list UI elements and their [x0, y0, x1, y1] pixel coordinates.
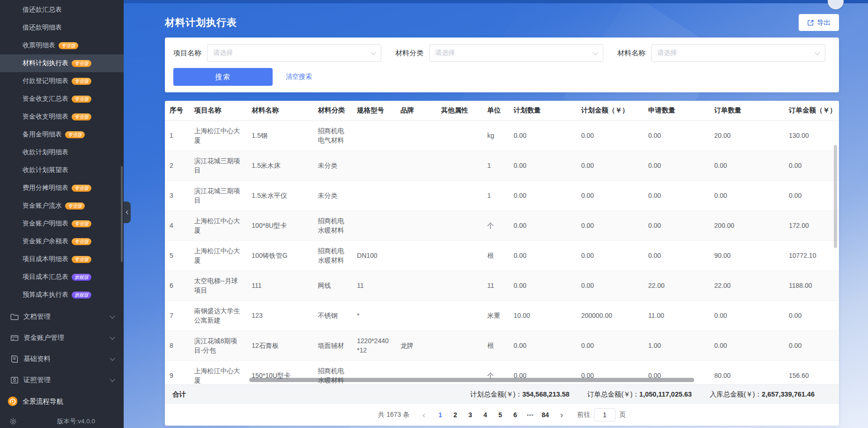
search-button[interactable]: 搜索	[173, 68, 273, 86]
sidebar-report-list: 借还款汇总表借还款明细表收票明细表专业版材料计划执行表专业版付款登记明细表专业版…	[0, 0, 124, 304]
sidebar-item-2[interactable]: 收票明细表专业版	[0, 37, 124, 54]
sidebar-item-8[interactable]: 收款计划明细表	[0, 143, 124, 161]
goto-page-input[interactable]	[594, 408, 616, 421]
table-cell: 0.00	[509, 180, 577, 210]
table-cell: 11	[482, 270, 509, 300]
table-row[interactable]: 1上海松江中心大厦1.5钢招商机电 电气材料kg0.000.000.0020.0…	[165, 120, 839, 150]
sidebar-groups: 文档管理资金账户管理基础资料证照管理	[0, 304, 124, 390]
sidebar-item-label: 资金收支汇总表	[22, 95, 68, 103]
export-label: 导出	[817, 18, 831, 27]
filter-field-1: 材料分类请选择	[395, 44, 603, 62]
main-area: 材料计划执行表 导出 项目名称请选择材料分类请选择材料名称请选择 搜索 清空搜索	[124, 0, 868, 428]
sidebar-item-3[interactable]: 材料计划执行表专业版	[0, 54, 124, 72]
table-row[interactable]: 5上海松江中心大厦100铸铁管G招商机电 水暖材料DN100根0.000.000…	[165, 240, 839, 270]
table-cell: 1220*2440*12	[352, 330, 396, 360]
filter-select-1[interactable]: 请选择	[429, 44, 603, 62]
table-cell	[396, 270, 437, 300]
table-row[interactable]: 3滨江花城三期项目1.5米水平仪未分类10.000.000.000.000.00	[165, 180, 839, 210]
sidebar-collapse-handle[interactable]	[124, 202, 131, 223]
chevron-down-icon	[371, 50, 376, 55]
clear-search-button[interactable]: 清空搜索	[286, 73, 312, 81]
table-row[interactable]: 6太空电梯--月球项目111网线11110.000.0022.0022.0011…	[165, 270, 839, 300]
table-row[interactable]: 2滨江花城三期项目1.5米木床未分类10.000.000.000.000.00	[165, 150, 839, 180]
page-button-6[interactable]: 6	[509, 408, 522, 421]
table-cell: 1	[482, 180, 509, 210]
pager-more-button[interactable]: •••	[524, 408, 537, 421]
sidebar-item-13[interactable]: 资金账户余额表专业版	[0, 233, 124, 250]
sidebar-item-4[interactable]: 付款登记明细表专业版	[0, 72, 124, 90]
sidebar-item-10[interactable]: 费用分摊明细表专业版	[0, 179, 124, 197]
page-button-5[interactable]: 5	[494, 408, 507, 421]
table-row[interactable]: 8滨江花城8期项目-分包12石膏板墙面辅材1220*2440*12龙牌根0.00…	[165, 330, 839, 360]
next-page-button[interactable]: ›	[556, 408, 568, 421]
sidebar-item-5[interactable]: 资金收支汇总表专业版	[0, 90, 124, 108]
title-row: 材料计划执行表 导出	[165, 14, 839, 31]
export-button[interactable]: 导出	[799, 14, 839, 31]
table-cell: 墙面辅材	[313, 330, 352, 360]
summary-total-label: 订单总金额(￥)：	[587, 390, 639, 398]
page-button-2[interactable]: 2	[449, 408, 462, 421]
sidebar-item-label: 项目成本明细表	[22, 255, 68, 263]
table-cell	[436, 120, 482, 150]
sidebar-group-3[interactable]: 证照管理	[0, 369, 124, 390]
table-cell	[436, 300, 482, 330]
vertical-scrollbar[interactable]	[834, 145, 837, 248]
folder-icon	[10, 313, 19, 321]
table-cell: 0.00	[509, 240, 577, 270]
filter-select-2[interactable]: 请选择	[651, 44, 825, 62]
prev-page-button[interactable]: ‹	[418, 408, 430, 421]
sidebar-item-7[interactable]: 备用金明细表专业版	[0, 126, 124, 143]
summary-totals: 计划总金额(￥)：354,568,213.58订单总金额(￥)：1,050,11…	[470, 390, 815, 399]
filter-select-0[interactable]: 请选择	[207, 44, 381, 62]
sidebar-scrollbar[interactable]	[121, 166, 123, 262]
table-cell: 0.00	[577, 210, 644, 240]
column-header-2: 材料名称	[247, 101, 313, 120]
sidebar-group-label: 基础资料	[23, 354, 111, 363]
sidebar-item-16[interactable]: 预算成本执行表旗舰版	[0, 286, 124, 304]
sidebar-group-1[interactable]: 资金账户管理	[0, 327, 124, 348]
chevron-down-icon	[110, 355, 115, 360]
page-button-3[interactable]: 3	[464, 408, 477, 421]
panorama-nav-item[interactable]: 全景流程导航	[0, 390, 124, 412]
sidebar-item-label: 付款登记明细表	[22, 77, 68, 85]
page-button-4[interactable]: 4	[479, 408, 492, 421]
version-row: 版本号:v4.0.0	[0, 412, 124, 428]
pager-pages: 123456•••84	[434, 408, 552, 421]
table-cell: 个	[482, 210, 509, 240]
sidebar-item-11[interactable]: 资金账户流水专业版	[0, 197, 124, 215]
table-row[interactable]: 4上海松江中心大厦100*8U型卡招商机电 水暖材料个0.000.000.002…	[165, 210, 839, 240]
column-header-10: 申请数量	[644, 101, 710, 120]
sidebar-item-6[interactable]: 资金收支明细表专业版	[0, 108, 124, 126]
table-cell: 0.00	[710, 180, 784, 210]
sidebar-item-0[interactable]: 借还款汇总表	[0, 1, 124, 19]
edition-badge: 专业版	[72, 256, 91, 263]
page-button-84[interactable]: 84	[539, 408, 552, 421]
table-cell: 不锈钢	[313, 300, 352, 330]
horizontal-scrollbar[interactable]	[249, 378, 694, 382]
sidebar-item-12[interactable]: 资金账户明细表专业版	[0, 215, 124, 233]
page-button-1[interactable]: 1	[434, 408, 447, 421]
sidebar-item-15[interactable]: 项目成本汇总表旗舰版	[0, 268, 124, 286]
sidebar-item-9[interactable]: 收款计划展望表	[0, 161, 124, 179]
summary-row: 合计 计划总金额(￥)：354,568,213.58订单总金额(￥)：1,050…	[165, 384, 839, 404]
table-cell: 6	[165, 270, 189, 300]
table-row[interactable]: 7南钢盛达大学生公寓新建123不锈钢*米重10.00200000.0011.00…	[165, 300, 839, 330]
sidebar-item-14[interactable]: 项目成本明细表专业版	[0, 250, 124, 268]
sidebar-group-2[interactable]: 基础资料	[0, 348, 124, 369]
sidebar-group-0[interactable]: 文档管理	[0, 306, 124, 327]
edition-badge: 专业版	[72, 96, 91, 103]
table-cell: 1.5米木床	[247, 150, 313, 180]
sidebar-item-label: 资金账户余额表	[22, 237, 68, 246]
sidebar-item-1[interactable]: 借还款明细表	[0, 19, 124, 37]
sidebar-item-label: 资金账户流水	[22, 202, 62, 210]
table-cell: 滨江花城8期项目-分包	[189, 330, 247, 360]
table-cell: 156.60	[784, 360, 839, 384]
edition-badge: 专业版	[72, 185, 91, 192]
version-label: 版本号:v4.0.0	[57, 417, 95, 426]
gear-icon[interactable]	[9, 418, 17, 425]
table-cell: 20.00	[710, 120, 784, 150]
table-cell: 100铸铁管G	[247, 240, 313, 270]
goto-group: 前往 页	[577, 408, 626, 421]
column-header-12: 订单金额（￥）	[784, 101, 839, 120]
column-header-9: 计划金额（￥）	[577, 101, 644, 120]
